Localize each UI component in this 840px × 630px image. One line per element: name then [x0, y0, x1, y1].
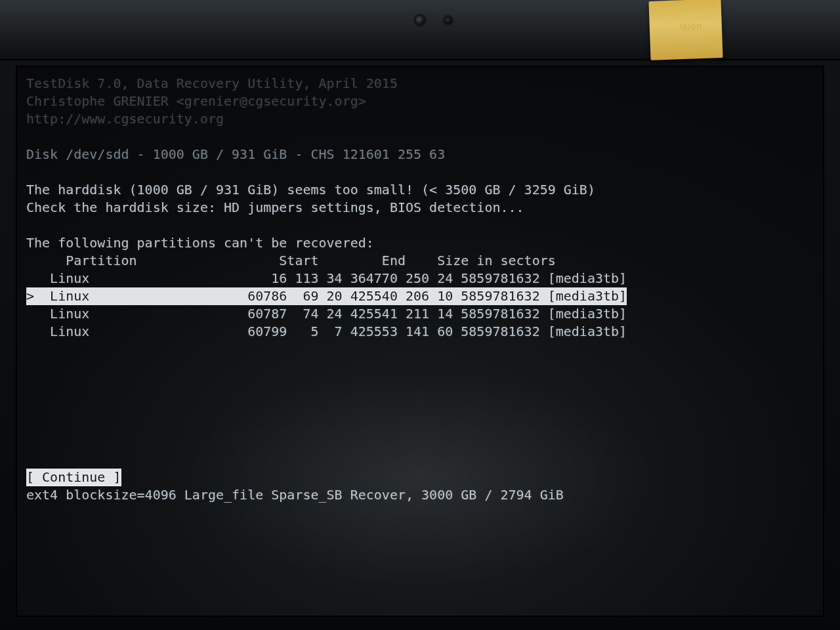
continue-button[interactable]: [ Continue ]: [26, 469, 564, 486]
app-url: http://www.cgsecurity.org: [26, 110, 814, 128]
partition-row[interactable]: Linux 60787 74 24 425541 211 14 58597816…: [26, 305, 814, 323]
partition-row[interactable]: Linux 60799 5 7 425553 141 60 5859781632…: [26, 323, 814, 341]
column-headers: Partition Start End Size in sectors: [26, 252, 814, 270]
status-line: ext4 blocksize=4096 Large_file Sparse_SB…: [26, 486, 564, 504]
app-title: TestDisk 7.0, Data Recovery Utility, Apr…: [26, 75, 814, 93]
bezel: ision TestDisk 7.0, Data Recovery Utilit…: [0, 0, 840, 630]
bezel-top: ision: [0, 0, 840, 60]
warning-line-2: Check the harddisk size: HD jumpers sett…: [26, 199, 814, 217]
terminal-screen: TestDisk 7.0, Data Recovery Utility, Apr…: [16, 66, 824, 617]
blank-line: [26, 128, 814, 146]
blank-line: [26, 217, 814, 234]
brand-label: ision: [680, 21, 702, 32]
blank-line: [26, 163, 814, 181]
warning-line-1: The harddisk (1000 GB / 931 GiB) seems t…: [26, 181, 814, 199]
partition-row-selected[interactable]: > Linux 60786 69 20 425540 206 10 585978…: [26, 287, 814, 305]
disk-info: Disk /dev/sdd - 1000 GB / 931 GiB - CHS …: [26, 146, 814, 163]
webcam-icon: [415, 16, 425, 25]
partition-row[interactable]: Linux 16 113 34 364770 250 24 5859781632…: [26, 270, 814, 287]
list-intro: The following partitions can't be recove…: [26, 234, 814, 252]
webcam-sensor-icon: [445, 17, 452, 24]
app-author: Christophe GRENIER <grenier@cgsecurity.o…: [26, 93, 814, 110]
